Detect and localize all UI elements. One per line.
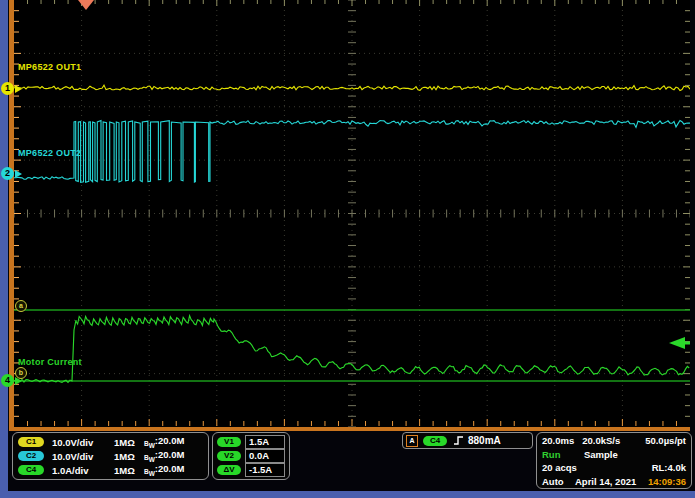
acquisition-panel[interactable]: 20.0ms 20.0kS/s 50.0µs/pt Run Sample 20 … [536, 432, 692, 489]
c2-scale: 10.0V/div [52, 451, 114, 462]
timebase: 20.0ms [542, 435, 574, 446]
c1-bandwidth: BW:20.0M [144, 435, 184, 449]
c4-impedance: 1MΩ [114, 465, 144, 476]
resolution: 50.0µs/pt [645, 435, 686, 446]
channel-row-c2[interactable]: C2 10.0V/div 1MΩ BW:20.0M [15, 449, 206, 463]
trigger-source-badge[interactable]: C4 [423, 436, 447, 446]
cursor-row-v2: V2 0.0A [215, 449, 287, 463]
channel-1-marker[interactable]: 1 [1, 82, 22, 95]
trace-ch2 [14, 121, 690, 183]
c4-scale: 1.0A/div [52, 465, 114, 476]
c1-scale: 10.0V/div [52, 437, 114, 448]
v1-badge[interactable]: V1 [217, 437, 241, 447]
c2-impedance: 1MΩ [114, 451, 144, 462]
acq-row-timebase: 20.0ms 20.0kS/s 50.0µs/pt [537, 434, 691, 448]
delta-v-value[interactable]: -1.5A [245, 463, 285, 477]
record-length: RL:4.0k [652, 462, 686, 473]
trigger-panel[interactable]: A C4 880mA [402, 432, 533, 449]
acq-row-state: Run Sample [537, 448, 691, 462]
v2-badge[interactable]: V2 [217, 451, 241, 461]
acq-row-datetime: Auto April 14, 2021 14:09:36 [537, 475, 691, 489]
v2-value[interactable]: 0.0A [245, 449, 285, 463]
acq-mode: Sample [584, 449, 618, 460]
ch4-trace-label: Motor Current [18, 357, 82, 367]
trigger-mode-badge: A [406, 435, 418, 447]
c2-badge[interactable]: C2 [18, 451, 44, 461]
ch1-trace-label: MP6522 OUT1 [18, 62, 81, 72]
cursor-a-marker[interactable]: a [15, 300, 27, 312]
cursor-b-marker[interactable]: b [15, 367, 27, 379]
run-state: Run [542, 449, 584, 460]
trigger-level-arrow-icon[interactable] [669, 337, 685, 349]
trigger-position-marker-icon[interactable] [78, 0, 94, 10]
cursor-row-v1: V1 1.5A [215, 435, 287, 449]
oscilloscope-screen: MP6522 OUT1 MP6522 OUT2 Motor Current 1 … [0, 0, 695, 498]
c1-badge[interactable]: C1 [18, 437, 44, 447]
v1-value[interactable]: 1.5A [245, 435, 285, 449]
screen-edge-left [0, 0, 8, 492]
channel-2-arrow-icon [15, 170, 22, 178]
ch2-trace-label: MP6522 OUT2 [18, 148, 81, 158]
waveform-display[interactable] [14, 0, 690, 427]
rising-edge-icon [453, 435, 464, 446]
channel-2-marker[interactable]: 2 [1, 167, 22, 180]
channel-row-c4[interactable]: C4 1.0A/div 1MΩ BW:20.0M [15, 463, 206, 477]
delta-v-badge[interactable]: ΔV [217, 465, 241, 475]
channel-row-c1[interactable]: C1 10.0V/div 1MΩ BW:20.0M [15, 435, 206, 449]
time: 14:09:36 [648, 476, 686, 487]
channel-1-arrow-icon [15, 85, 22, 93]
trigger-level: 880mA [468, 435, 501, 446]
channels-panel[interactable]: C1 10.0V/div 1MΩ BW:20.0M C2 10.0V/div 1… [12, 432, 209, 480]
acq-count: 20 acqs [542, 462, 577, 473]
acq-row-count: 20 acqs RL:4.0k [537, 461, 691, 475]
screen-edge-bottom [0, 491, 695, 498]
sample-rate: 20.0kS/s [582, 435, 620, 446]
c2-bandwidth: BW:20.0M [144, 449, 184, 463]
trigger-mode: Auto [542, 476, 575, 487]
cursor-row-delta-v: ΔV -1.5A [215, 463, 287, 477]
c4-bandwidth: BW:20.0M [144, 463, 184, 477]
c1-impedance: 1MΩ [114, 437, 144, 448]
cursors-panel[interactable]: V1 1.5A V2 0.0A ΔV -1.5A [212, 432, 290, 480]
c4-badge[interactable]: C4 [18, 465, 44, 475]
date: April 14, 2021 [575, 476, 636, 487]
